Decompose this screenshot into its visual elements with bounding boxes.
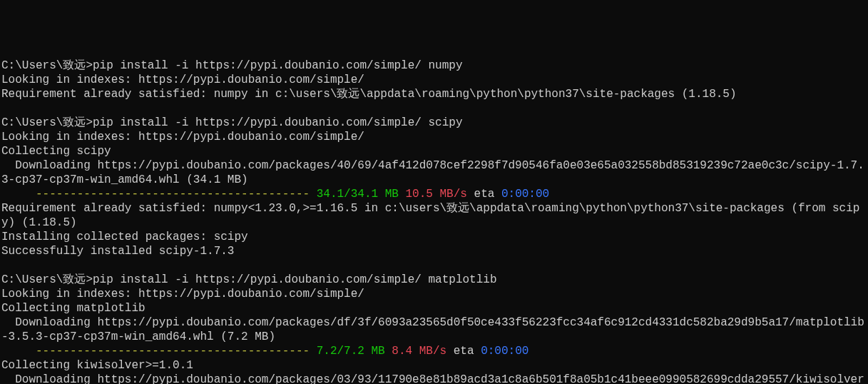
progress-size: 7.2/7.2 MB <box>317 345 385 358</box>
progress-eta: 0:00:00 <box>501 188 549 201</box>
progress-size: 34.1/34.1 MB <box>317 188 399 201</box>
progress-pad <box>1 345 36 358</box>
prompt-line-1: C:\Users\致远>pip install -i https://pypi.… <box>1 59 867 73</box>
output-line: Requirement already satisfied: numpy<1.2… <box>1 201 867 230</box>
progress-speed: 10.5 MB/s <box>399 188 467 201</box>
command-text: pip install -i https://pypi.doubanio.com… <box>93 116 462 129</box>
output-line: Collecting scipy <box>1 144 867 158</box>
output-line: Downloading https://pypi.doubanio.com/pa… <box>1 373 867 384</box>
prompt-path: C:\Users\致远> <box>1 59 93 72</box>
progress-line: ----------------------------------------… <box>1 344 867 358</box>
output-line: Looking in indexes: https://pypi.doubani… <box>1 287 867 301</box>
blank-line <box>1 258 867 273</box>
output-line: Collecting kiwisolver>=1.0.1 <box>1 358 867 373</box>
progress-bar: ---------------------------------------- <box>36 345 317 358</box>
prompt-line-3: C:\Users\致远>pip install -i https://pypi.… <box>1 273 867 287</box>
output-line: Downloading https://pypi.doubanio.com/pa… <box>1 315 867 344</box>
command-text: pip install -i https://pypi.doubanio.com… <box>93 59 462 72</box>
output-line: Looking in indexes: https://pypi.doubani… <box>1 73 867 87</box>
output-line: Looking in indexes: https://pypi.doubani… <box>1 130 867 144</box>
output-line: Installing collected packages: scipy <box>1 230 867 244</box>
progress-eta-label: eta <box>446 345 481 358</box>
prompt-path: C:\Users\致远> <box>1 116 93 129</box>
output-line: Downloading https://pypi.doubanio.com/pa… <box>1 158 867 187</box>
output-line: Collecting matplotlib <box>1 301 867 315</box>
progress-eta-label: eta <box>467 188 501 201</box>
progress-pad <box>1 188 36 201</box>
prompt-path: C:\Users\致远> <box>1 273 93 286</box>
progress-bar: ---------------------------------------- <box>36 188 317 201</box>
command-text: pip install -i https://pypi.doubanio.com… <box>93 273 497 286</box>
output-line: Successfully installed scipy-1.7.3 <box>1 244 867 258</box>
terminal-output[interactable]: C:\Users\致远>pip install -i https://pypi.… <box>1 59 867 384</box>
prompt-line-2: C:\Users\致远>pip install -i https://pypi.… <box>1 116 867 130</box>
blank-line <box>1 101 867 116</box>
progress-eta: 0:00:00 <box>481 345 529 358</box>
progress-line: ----------------------------------------… <box>1 187 867 201</box>
output-line: Requirement already satisfied: numpy in … <box>1 87 867 101</box>
progress-speed: 8.4 MB/s <box>385 345 446 358</box>
